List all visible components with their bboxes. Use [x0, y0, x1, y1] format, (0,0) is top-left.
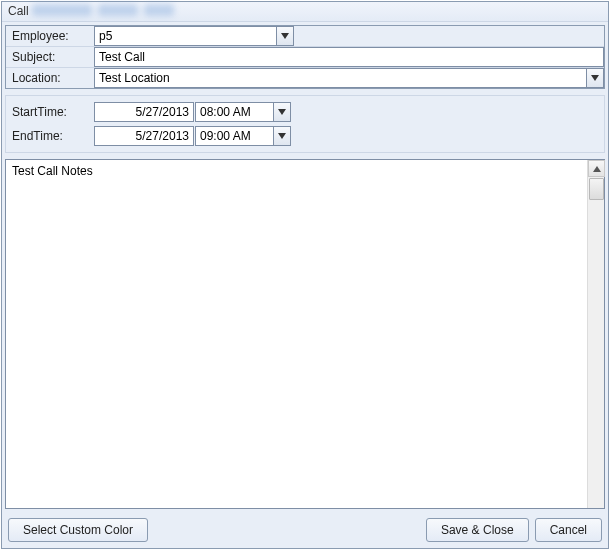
notes-area: [5, 159, 605, 509]
starttime-date[interactable]: [94, 102, 194, 122]
location-combo[interactable]: Test Location: [94, 68, 604, 88]
scroll-thumb[interactable]: [589, 178, 604, 200]
subject-label: Subject:: [6, 47, 94, 67]
notes-textarea[interactable]: [6, 160, 587, 508]
location-value[interactable]: Test Location: [94, 68, 586, 88]
employee-dropdown-btn[interactable]: [276, 26, 294, 46]
header-fields: Employee: p5 Subject: Location: Test Loc…: [5, 25, 605, 89]
subject-input[interactable]: [94, 47, 604, 67]
employee-value[interactable]: p5: [94, 26, 276, 46]
employee-label: Employee:: [6, 26, 94, 46]
button-bar: Select Custom Color Save & Close Cancel: [2, 512, 608, 548]
save-close-button[interactable]: Save & Close: [426, 518, 529, 542]
window-title: Call: [8, 4, 29, 18]
background-blur: [32, 4, 232, 18]
endtime-dropdown-btn[interactable]: [273, 126, 291, 146]
time-fields: StartTime: 08:00 AM EndTime: 09:00 AM: [5, 95, 605, 153]
endtime-time[interactable]: 09:00 AM: [195, 126, 273, 146]
title-bar: Call: [2, 2, 608, 22]
employee-combo[interactable]: p5: [94, 26, 294, 46]
location-label: Location:: [6, 68, 94, 88]
notes-scrollbar[interactable]: [587, 160, 604, 508]
starttime-label: StartTime:: [12, 105, 94, 119]
starttime-time-combo[interactable]: 08:00 AM: [195, 102, 291, 122]
location-dropdown-btn[interactable]: [586, 68, 604, 88]
starttime-dropdown-btn[interactable]: [273, 102, 291, 122]
endtime-time-combo[interactable]: 09:00 AM: [195, 126, 291, 146]
endtime-label: EndTime:: [12, 129, 94, 143]
scroll-up-arrow[interactable]: [588, 160, 605, 177]
endtime-date[interactable]: [94, 126, 194, 146]
cancel-button[interactable]: Cancel: [535, 518, 602, 542]
starttime-time[interactable]: 08:00 AM: [195, 102, 273, 122]
select-custom-color-button[interactable]: Select Custom Color: [8, 518, 148, 542]
call-dialog: Call Employee: p5 Subject: Locati: [1, 1, 609, 549]
